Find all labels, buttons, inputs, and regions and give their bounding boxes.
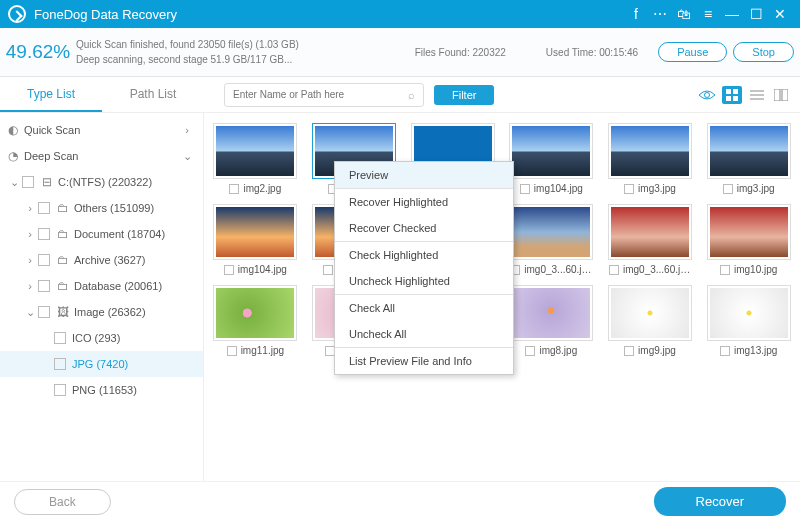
thumbnail-item[interactable]: img8.jpg [506, 285, 597, 356]
menu-icon[interactable]: ≡ [696, 2, 720, 26]
recover-button[interactable]: Recover [654, 487, 786, 516]
search-input[interactable] [233, 89, 408, 100]
view-detail-icon[interactable] [772, 86, 790, 104]
tree-png[interactable]: PNG (11653) [0, 377, 203, 403]
app-logo-icon [8, 5, 26, 23]
thumbnail-item[interactable]: img10.jpg [703, 204, 794, 275]
shop-icon[interactable]: 🛍 [672, 2, 696, 26]
menu-recover-highlighted[interactable]: Recover Highlighted [335, 189, 513, 215]
thumbnail-filename: img2.jpg [243, 183, 281, 194]
thumbnail-item[interactable]: img104.jpg [210, 204, 301, 275]
thumbnail-filename: img3.jpg [638, 183, 676, 194]
tree-drive[interactable]: ⌄⊟C:(NTFS) (220322) [0, 169, 203, 195]
tab-path-list[interactable]: Path List [102, 77, 204, 112]
thumbnail-checkbox[interactable] [227, 346, 237, 356]
thumbnail-item[interactable]: img9.jpg [605, 285, 696, 356]
pause-button[interactable]: Pause [658, 42, 727, 62]
thumbnail-image[interactable] [707, 204, 791, 260]
menu-check-all[interactable]: Check All [335, 295, 513, 321]
status-line-2: Deep scanning, second stage 51.9 GB/117 … [76, 54, 415, 65]
menu-list-preview[interactable]: List Preview File and Info [335, 348, 513, 374]
tree-others[interactable]: ›🗀Others (151099) [0, 195, 203, 221]
svg-rect-3 [726, 96, 731, 101]
tab-type-list[interactable]: Type List [0, 77, 102, 112]
menu-recover-checked[interactable]: Recover Checked [335, 215, 513, 241]
thumbnail-filename: img8.jpg [539, 345, 577, 356]
close-icon[interactable]: ✕ [768, 2, 792, 26]
thumbnail-checkbox[interactable] [520, 184, 530, 194]
thumbnail-item[interactable]: img2.jpg [210, 123, 301, 194]
thumbnail-image[interactable] [509, 285, 593, 341]
menu-check-highlighted[interactable]: Check Highlighted [335, 242, 513, 268]
menu-uncheck-all[interactable]: Uncheck All [335, 321, 513, 347]
thumbnail-checkbox[interactable] [224, 265, 234, 275]
tree-archive[interactable]: ›🗀Archive (3627) [0, 247, 203, 273]
thumbnail-item[interactable]: img0_3...60.jpg [506, 204, 597, 275]
thumbnail-image[interactable] [707, 285, 791, 341]
thumbnail-checkbox[interactable] [525, 346, 535, 356]
search-box[interactable]: ⌕ [224, 83, 424, 107]
thumbnail-image[interactable] [509, 123, 593, 179]
thumbnail-filename: img10.jpg [734, 264, 777, 275]
thumbnail-checkbox[interactable] [624, 346, 634, 356]
svg-rect-4 [733, 96, 738, 101]
context-menu: Preview Recover Highlighted Recover Chec… [334, 161, 514, 375]
thumbnail-checkbox[interactable] [609, 265, 619, 275]
thumbnail-filename: img104.jpg [238, 264, 287, 275]
menu-uncheck-highlighted[interactable]: Uncheck Highlighted [335, 268, 513, 294]
thumbnail-item[interactable]: img11.jpg [210, 285, 301, 356]
back-button[interactable]: Back [14, 489, 111, 515]
thumbnail-image[interactable] [608, 285, 692, 341]
thumbnail-grid-panel: img2.jpgimg1.jpgimg7.jpgimg104.jpgimg3.j… [204, 113, 800, 481]
thumbnail-item[interactable]: img104.jpg [506, 123, 597, 194]
thumbnail-image[interactable] [213, 285, 297, 341]
used-time: Used Time: 00:15:46 [546, 47, 638, 58]
facebook-icon[interactable]: f [624, 2, 648, 26]
thumbnail-checkbox[interactable] [229, 184, 239, 194]
thumbnail-filename: img0_3...60.jpg [524, 264, 592, 275]
svg-rect-8 [774, 89, 780, 101]
thumbnail-checkbox[interactable] [720, 346, 730, 356]
sidebar-tree: ◐Quick Scan› ◔Deep Scan⌄ ⌄⊟C:(NTFS) (220… [0, 113, 204, 481]
tree-database[interactable]: ›🗀Database (20061) [0, 273, 203, 299]
tree-deep-scan[interactable]: ◔Deep Scan⌄ [0, 143, 203, 169]
feedback-icon[interactable]: ⋯ [648, 2, 672, 26]
thumbnail-item[interactable]: img0_3...60.jpg [605, 204, 696, 275]
thumbnail-checkbox[interactable] [720, 265, 730, 275]
tree-ico[interactable]: ICO (293) [0, 325, 203, 351]
thumbnail-image[interactable] [608, 204, 692, 260]
svg-rect-1 [726, 89, 731, 94]
thumbnail-filename: img11.jpg [241, 345, 284, 356]
svg-rect-9 [782, 89, 788, 101]
thumbnail-item[interactable]: img13.jpg [703, 285, 794, 356]
filter-button[interactable]: Filter [434, 85, 494, 105]
menu-preview[interactable]: Preview [335, 162, 513, 188]
preview-eye-icon[interactable] [698, 86, 716, 104]
thumbnail-image[interactable] [707, 123, 791, 179]
view-grid-icon[interactable] [722, 86, 742, 104]
thumbnail-image[interactable] [213, 123, 297, 179]
thumbnail-checkbox[interactable] [723, 184, 733, 194]
minimize-icon[interactable]: — [720, 2, 744, 26]
app-title: FoneDog Data Recovery [34, 7, 624, 22]
footer: Back Recover [0, 481, 800, 521]
thumbnail-image[interactable] [608, 123, 692, 179]
thumbnail-filename: img13.jpg [734, 345, 777, 356]
thumbnail-filename: img9.jpg [638, 345, 676, 356]
tree-document[interactable]: ›🗀Document (18704) [0, 221, 203, 247]
thumbnail-filename: img3.jpg [737, 183, 775, 194]
tree-jpg[interactable]: JPG (7420) [0, 351, 203, 377]
thumbnail-checkbox[interactable] [323, 265, 333, 275]
stop-button[interactable]: Stop [733, 42, 794, 62]
tree-quick-scan[interactable]: ◐Quick Scan› [0, 117, 203, 143]
tree-image[interactable]: ⌄🖼Image (26362) [0, 299, 203, 325]
maximize-icon[interactable]: ☐ [744, 2, 768, 26]
thumbnail-image[interactable] [213, 204, 297, 260]
thumbnail-item[interactable]: img3.jpg [605, 123, 696, 194]
thumbnail-checkbox[interactable] [624, 184, 634, 194]
view-list-icon[interactable] [748, 86, 766, 104]
scan-progress-percent: 49.62% [0, 41, 76, 63]
thumbnail-image[interactable] [509, 204, 593, 260]
thumbnail-item[interactable]: img3.jpg [703, 123, 794, 194]
search-icon[interactable]: ⌕ [408, 89, 415, 101]
